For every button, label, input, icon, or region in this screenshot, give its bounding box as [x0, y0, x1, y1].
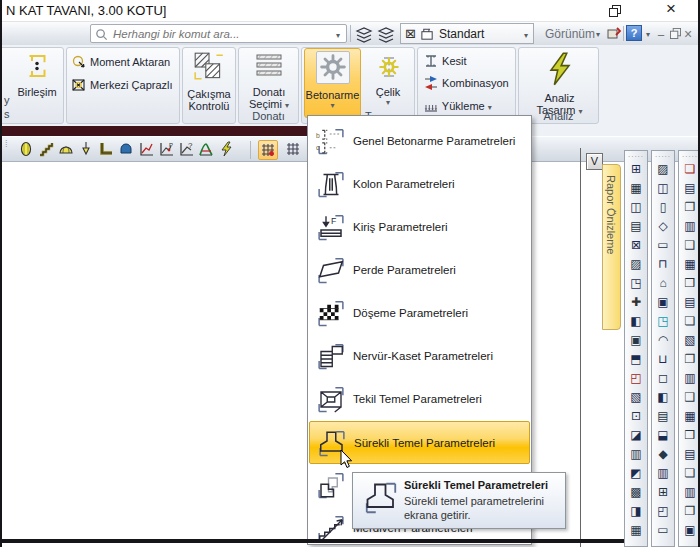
side-tool-button[interactable]: ⌂	[652, 274, 674, 293]
tab-rapor-onizleme[interactable]: Rapor Önizleme	[602, 164, 621, 330]
style-combobox[interactable]: ⊠ Standart ▾	[400, 23, 534, 44]
graph-color-tool-button[interactable]	[196, 140, 216, 160]
side-tool-button[interactable]: ❐	[679, 198, 700, 217]
layers-icon[interactable]	[354, 24, 374, 44]
side-tool-button[interactable]: ⊠	[625, 236, 647, 255]
panel-toggle-button[interactable]: V	[586, 153, 603, 170]
search-input[interactable]	[111, 26, 321, 41]
side-tool-button[interactable]: ❏	[679, 160, 700, 179]
celik-button[interactable]: Çelik ▾	[364, 50, 412, 107]
side-tool-button[interactable]: ◰	[652, 502, 674, 521]
moment-aktaran-button[interactable]: Moment Aktaran	[71, 54, 170, 74]
side-tool-button[interactable]: ▣	[679, 521, 700, 540]
close-icon[interactable]: ×	[684, 26, 692, 42]
birlesim-button[interactable]: Birleşim	[11, 50, 63, 98]
side-tool-button[interactable]: ❒	[679, 426, 700, 445]
restore-window-icon[interactable]	[609, 5, 621, 17]
side-tool-button[interactable]: ▤	[625, 217, 647, 236]
side-tool-button[interactable]: ▨	[625, 255, 647, 274]
side-tool-button[interactable]: ◪	[625, 426, 647, 445]
plot-tool-icon[interactable]	[606, 25, 622, 41]
toolbar-grip[interactable]: .....	[652, 151, 674, 160]
side-tool-button[interactable]: ◳	[625, 274, 647, 293]
side-tool-button[interactable]: ▤	[679, 293, 700, 312]
bolt-tool-button[interactable]	[216, 140, 236, 160]
restore-icon[interactable]	[670, 28, 681, 39]
side-tool-button[interactable]: ▭	[652, 236, 674, 255]
menu-item[interactable]: Kolon Parametreleri	[309, 163, 530, 206]
view-dropdown-icon[interactable]: ▾	[596, 30, 600, 39]
help-button[interactable]: ?	[626, 25, 642, 41]
side-tool-button[interactable]: ◩	[625, 464, 647, 483]
side-tool-button[interactable]: ❏	[679, 464, 700, 483]
side-tool-button[interactable]: ▦	[625, 521, 647, 540]
close-window-icon[interactable]: ×	[666, 2, 676, 16]
kesit-button[interactable]: Kesit	[423, 53, 467, 73]
menu-item[interactable]: Perde Parametreleri	[309, 249, 530, 292]
side-tool-button[interactable]: ▣	[652, 293, 674, 312]
toolbar-grip[interactable]: .....	[625, 151, 647, 160]
side-tool-button[interactable]: ⬒	[625, 350, 647, 369]
side-tool-button[interactable]: ▤	[652, 407, 674, 426]
merkezi-caprazli-button[interactable]: Merkezi Çaprazlı	[71, 77, 173, 97]
side-tool-button[interactable]: ▥	[679, 483, 700, 502]
side-tool-button[interactable]: ✚	[625, 293, 647, 312]
layers-edit-icon[interactable]	[376, 24, 396, 44]
toolbar-grip[interactable]: .....	[679, 151, 700, 160]
side-tool-button[interactable]: ❑	[679, 388, 700, 407]
side-tool-button[interactable]: ⊓	[652, 255, 674, 274]
side-tool-button[interactable]: ⊡	[625, 407, 647, 426]
side-tool-button[interactable]: ▩	[625, 483, 647, 502]
view-menu-button[interactable]: Görünüm	[545, 27, 595, 41]
combobox-dropdown-icon[interactable]: ▾	[524, 31, 528, 40]
help-dropdown-icon[interactable]: ▾	[646, 30, 650, 39]
side-tool-button[interactable]: ◆	[652, 445, 674, 464]
analiz-tasarim-button[interactable]: Analiz Tasarım ▾	[532, 50, 587, 118]
side-tool-button[interactable]: ◳	[652, 312, 674, 331]
side-tool-button[interactable]: ◫	[625, 198, 647, 217]
side-tool-button[interactable]: ▧	[625, 388, 647, 407]
side-tool-button[interactable]: ◧	[625, 312, 647, 331]
cakisma-kontrolu-button[interactable]: Çakışma Kontrolü	[184, 50, 234, 112]
betonarme-button[interactable]: Betonarme ▾	[304, 48, 361, 118]
plumb-tool-button[interactable]	[76, 140, 96, 160]
side-tool-button[interactable]: ◇	[652, 217, 674, 236]
side-tool-button[interactable]: ◠	[652, 331, 674, 350]
side-tool-button[interactable]: ▧	[679, 331, 700, 350]
side-tool-button[interactable]: ▥	[652, 464, 674, 483]
side-tool-button[interactable]: ◰	[625, 369, 647, 388]
side-tool-button[interactable]: ◨	[625, 502, 647, 521]
side-tool-button[interactable]: ▥	[625, 445, 647, 464]
side-tool-button[interactable]: ◧	[652, 388, 674, 407]
donati-secimi-button[interactable]: Donatı Seçimi ▾	[242, 50, 296, 112]
side-tool-button[interactable]: ⊞	[625, 160, 647, 179]
side-tool-button[interactable]: ◻	[652, 369, 674, 388]
side-tool-button[interactable]: ⊔	[652, 350, 674, 369]
side-tool-button[interactable]: ⊞	[652, 483, 674, 502]
side-tool-button[interactable]: ▨	[652, 160, 674, 179]
side-tool-button[interactable]: ❑	[679, 236, 700, 255]
side-tool-button[interactable]: ▤	[679, 445, 700, 464]
graph-q-tool-button[interactable]	[176, 140, 196, 160]
side-tool-button[interactable]: ▥	[679, 217, 700, 236]
command-search[interactable]: ▾	[90, 24, 347, 43]
side-tool-button[interactable]: ▣	[625, 331, 647, 350]
graph-arrow-tool-button[interactable]	[136, 140, 156, 160]
minimize-icon[interactable]: _	[658, 24, 664, 36]
side-tool-button[interactable]: ❐	[679, 350, 700, 369]
side-tool-button[interactable]: ▦	[625, 179, 647, 198]
side-tool-button[interactable]: ▯	[652, 198, 674, 217]
side-tool-button[interactable]: ⬓	[652, 426, 674, 445]
grid-tool-button[interactable]	[283, 140, 303, 160]
side-tool-button[interactable]: ▥	[679, 369, 700, 388]
corner-tool-button[interactable]	[96, 140, 116, 160]
column-tool-button[interactable]	[16, 140, 36, 160]
dome-tool-button[interactable]	[56, 140, 76, 160]
side-tool-button[interactable]: ▤	[679, 179, 700, 198]
grid-active-tool-button[interactable]	[258, 140, 278, 160]
side-tool-button[interactable]: ❏	[679, 312, 700, 331]
side-tool-button[interactable]: ◫	[652, 179, 674, 198]
kombinasyon-button[interactable]: Kombinasyon	[423, 75, 509, 95]
graph-p-tool-button[interactable]	[156, 140, 176, 160]
side-tool-button[interactable]: ▭	[652, 521, 674, 540]
